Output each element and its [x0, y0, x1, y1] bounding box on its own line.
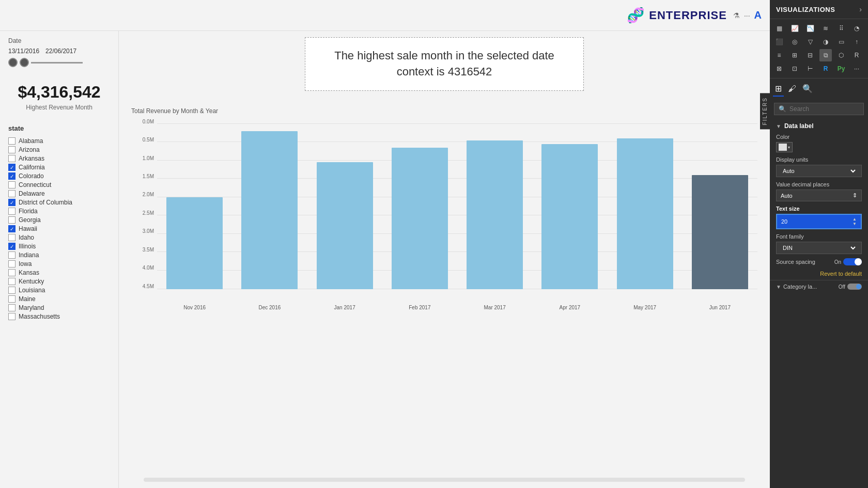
viz-icon-gauge[interactable]: ◑ — [819, 36, 832, 48]
state-checkbox-illinois[interactable] — [8, 243, 16, 250]
display-units-select[interactable]: Auto — [781, 167, 857, 175]
color-swatch-box[interactable]: ▾ — [776, 142, 793, 152]
viz-icon-more[interactable]: ··· — [850, 62, 863, 75]
more-icon[interactable]: ··· — [744, 11, 750, 20]
list-item[interactable]: Alabama — [8, 137, 110, 145]
viz-tab-analytics[interactable]: 🔍 — [800, 82, 815, 97]
viz-icon-area[interactable]: 📉 — [804, 22, 816, 35]
filters-tab[interactable]: FILTERS — [760, 93, 770, 129]
bar[interactable] — [692, 175, 748, 289]
state-checkbox-kentucky[interactable] — [8, 278, 16, 285]
viz-icon-card[interactable]: ▭ — [835, 36, 847, 48]
state-checkbox-delaware[interactable] — [8, 190, 16, 197]
bar-group[interactable] — [608, 124, 683, 289]
viz-icon-matrix[interactable]: ⊟ — [804, 49, 816, 61]
list-item[interactable]: Delaware — [8, 190, 110, 197]
slider-handle-left[interactable] — [8, 58, 18, 67]
font-family-control[interactable]: DIN — [776, 242, 862, 254]
font-family-select[interactable]: DIN — [781, 244, 857, 251]
list-item[interactable]: Colorado — [8, 172, 110, 180]
slider-track[interactable] — [31, 62, 83, 64]
list-item[interactable]: Georgia — [8, 216, 110, 224]
viz-icon-funnel[interactable]: ▽ — [804, 36, 816, 48]
stepper-down-icon[interactable]: ▼ — [853, 222, 857, 226]
list-item[interactable]: Louisiana — [8, 287, 110, 294]
list-item[interactable]: Kentucky — [8, 278, 110, 285]
state-checkbox-maine[interactable] — [8, 295, 16, 303]
list-item[interactable]: Massachusetts — [8, 313, 110, 320]
category-toggle-track[interactable] — [847, 284, 862, 290]
viz-icon-bar[interactable]: ▦ — [773, 22, 785, 35]
state-checkbox-louisiana[interactable] — [8, 287, 16, 294]
viz-tab-format[interactable]: 🖌 — [786, 82, 798, 97]
state-checkbox-colorado[interactable] — [8, 172, 16, 180]
viz-search-box[interactable]: 🔍 — [774, 103, 864, 115]
viz-icon-line[interactable]: 📈 — [788, 22, 801, 35]
horizontal-scrollbar[interactable] — [144, 478, 745, 482]
decimal-stepper-icon[interactable]: ⇕ — [853, 192, 857, 199]
bar-group[interactable] — [307, 124, 382, 289]
slider-handle-right[interactable] — [20, 58, 29, 67]
viz-icon-slicer[interactable]: ≡ — [773, 49, 785, 61]
viz-close-button[interactable]: › — [859, 5, 862, 13]
bar-group[interactable] — [457, 124, 532, 289]
bar[interactable] — [317, 162, 373, 289]
text-size-stepper[interactable]: ▲ ▼ — [853, 217, 857, 226]
bar[interactable] — [392, 148, 448, 289]
viz-icon-table[interactable]: ⊞ — [788, 49, 801, 61]
filter-icon[interactable]: ⚗ — [733, 11, 740, 20]
list-item[interactable]: Maine — [8, 295, 110, 303]
chevron-down-icon[interactable]: ▼ — [776, 123, 781, 129]
bar-group[interactable] — [232, 124, 307, 289]
list-item[interactable]: Iowa — [8, 260, 110, 267]
state-checkbox-indiana[interactable] — [8, 251, 16, 259]
viz-icon-custom2[interactable]: ⊡ — [788, 62, 801, 75]
bar[interactable] — [541, 144, 598, 289]
viz-icon-treemap[interactable]: ⬛ — [773, 36, 785, 48]
state-checkbox-georgia[interactable] — [8, 216, 16, 224]
viz-icon-custom3[interactable]: ⊢ — [804, 62, 816, 75]
bar[interactable] — [467, 140, 523, 289]
viz-icon-donut[interactable]: ◎ — [788, 36, 801, 48]
state-checkbox-arkansas[interactable] — [8, 155, 16, 162]
viz-icon-r[interactable]: R — [819, 62, 832, 75]
state-checkbox-alabama[interactable] — [8, 137, 16, 145]
state-checkbox-maryland[interactable] — [8, 304, 16, 311]
category-chevron-icon[interactable]: ▼ — [776, 284, 781, 290]
search-input[interactable] — [789, 105, 867, 113]
viz-icon-pie[interactable]: ◔ — [850, 22, 863, 35]
source-spacing-toggle[interactable] — [843, 258, 862, 265]
bar-group[interactable] — [532, 124, 607, 289]
state-checkbox-iowa[interactable] — [8, 260, 16, 267]
list-item[interactable]: Illinois — [8, 243, 110, 250]
revert-button[interactable]: Revert to default — [770, 267, 868, 280]
date-range-slider[interactable] — [8, 58, 110, 67]
decimal-places-control[interactable]: Auto ⇕ — [776, 190, 862, 201]
list-item[interactable]: Indiana — [8, 251, 110, 259]
state-checkbox-idaho[interactable] — [8, 234, 16, 241]
list-item[interactable]: Florida — [8, 208, 110, 215]
viz-icon-waterfall[interactable]: R — [850, 49, 863, 61]
list-item[interactable]: Maryland — [8, 304, 110, 311]
color-swatch[interactable]: ▾ — [776, 142, 862, 152]
list-item[interactable]: Kansas — [8, 269, 110, 276]
state-checkbox-hawaii[interactable] — [8, 225, 16, 232]
state-checkbox-dc[interactable] — [8, 199, 16, 206]
viz-icon-custom1[interactable]: ⊠ — [773, 62, 785, 75]
list-item[interactable]: Idaho — [8, 234, 110, 241]
bar-group[interactable] — [683, 124, 757, 289]
list-item[interactable]: California — [8, 164, 110, 171]
state-checkbox-massachusetts[interactable] — [8, 313, 16, 320]
bar[interactable] — [166, 197, 223, 289]
bar[interactable] — [241, 131, 298, 289]
state-checkbox-kansas[interactable] — [8, 269, 16, 276]
state-checkbox-connecticut[interactable] — [8, 181, 16, 188]
list-item[interactable]: Connecticut — [8, 181, 110, 188]
viz-icon-kpi[interactable]: ↑ — [850, 36, 863, 48]
viz-icon-scatter[interactable]: ⠿ — [835, 22, 847, 35]
display-units-control[interactable]: Auto — [776, 165, 862, 177]
viz-icon-map[interactable]: ⧉ — [819, 49, 832, 61]
bar-group[interactable] — [382, 124, 457, 289]
viz-icon-py[interactable]: Py — [835, 62, 847, 75]
bar-group[interactable] — [157, 124, 232, 289]
